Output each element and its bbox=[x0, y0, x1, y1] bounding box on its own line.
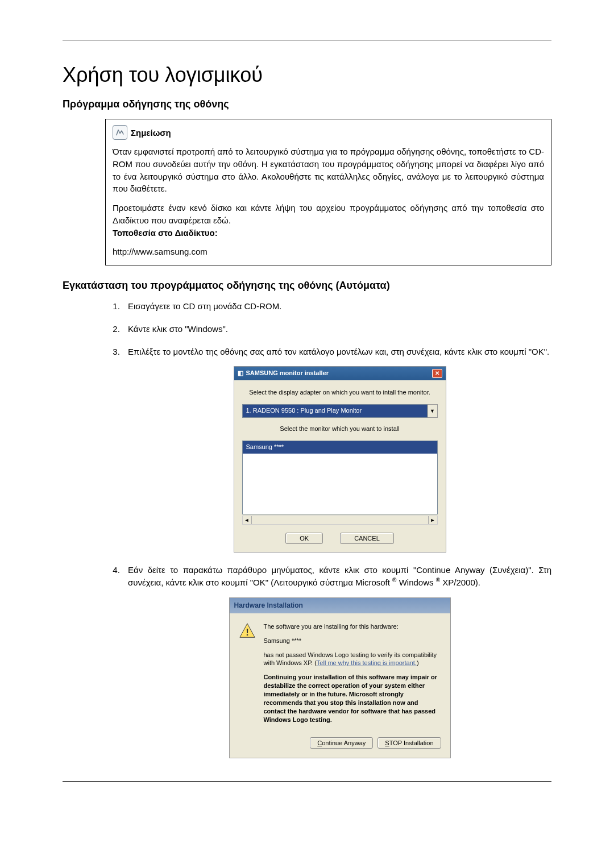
section-heading-install: Εγκατάσταση του προγράμματος οδήγησης τη… bbox=[63, 280, 551, 292]
hw-body: ! The software you are installing for th… bbox=[230, 613, 450, 737]
section-heading-driver: Πρόγραμμα οδήγησης της οθόνης bbox=[63, 98, 551, 110]
hw-titlebar: Hardware Installation bbox=[230, 598, 450, 613]
hw-link[interactable]: Tell me why this testing is important. bbox=[317, 659, 417, 666]
note-paragraph-2: Προετοιμάστε έναν κενό δίσκο και κάντε λ… bbox=[113, 202, 544, 239]
ok-button[interactable]: OK bbox=[285, 533, 323, 544]
installer-text-1: Select the display adapter on which you … bbox=[242, 388, 438, 397]
adapter-dropdown-value: 1. RADEON 9550 : Plug and Play Monitor bbox=[242, 404, 428, 418]
horizontal-scrollbar[interactable]: ◄ ► bbox=[242, 516, 438, 525]
installer-text-2: Select the monitor which you want to ins… bbox=[242, 425, 438, 434]
installer-title: SAMSUNG monitor installer bbox=[246, 369, 329, 378]
installer-app-icon: ◧ bbox=[238, 369, 243, 378]
installer-buttons: OK CANCEL bbox=[242, 533, 438, 544]
warning-icon: ! bbox=[239, 622, 256, 639]
hw-p3b: ) bbox=[417, 659, 419, 666]
continue-anyway-button[interactable]: Continue Anyway bbox=[310, 737, 373, 749]
hw-text-4: Continuing your installation of this sof… bbox=[264, 673, 441, 724]
hw-content: The software you are installing for this… bbox=[264, 622, 441, 729]
adapter-dropdown[interactable]: 1. RADEON 9550 : Plug and Play Monitor ▼ bbox=[242, 404, 438, 418]
installer-titlebar: ◧ SAMSUNG monitor installer ✕ bbox=[234, 367, 446, 380]
step-4-text: Εάν δείτε το παρακάτω παράθυρο μηνύματος… bbox=[128, 565, 551, 587]
installer-window: ◧ SAMSUNG monitor installer ✕ Select the… bbox=[234, 366, 446, 553]
hardware-installation-window: Hardware Installation ! The software you… bbox=[229, 597, 451, 759]
step-4: Εάν δείτε το παρακάτω παράθυρο μηνύματος… bbox=[122, 564, 551, 758]
svg-text:!: ! bbox=[246, 626, 249, 637]
hw-text-2: Samsung **** bbox=[264, 637, 441, 645]
step-1: Εισαγάγετε το CD στη μονάδα CD-ROM. bbox=[122, 300, 551, 313]
step-2: Κάντε κλικ στο "Windows". bbox=[122, 323, 551, 335]
step-3: Επιλέξτε το μοντέλο της οθόνης σας από τ… bbox=[122, 346, 551, 553]
bottom-divider bbox=[63, 781, 551, 782]
hw-buttons: Continue Anyway STOP Installation bbox=[230, 737, 450, 758]
stop-installation-button[interactable]: STOP Installation bbox=[377, 737, 441, 749]
page-title: Χρήση του λογισμικού bbox=[63, 63, 551, 87]
top-divider bbox=[63, 40, 551, 40]
scroll-left-icon[interactable]: ◄ bbox=[243, 516, 252, 524]
note-website-label: Τοποθεσία στο Διαδίκτυο: bbox=[113, 228, 218, 238]
scroll-right-icon[interactable]: ► bbox=[428, 516, 437, 524]
close-icon[interactable]: ✕ bbox=[432, 369, 442, 378]
note-icon bbox=[113, 125, 127, 140]
note-header: Σημείωση bbox=[113, 125, 544, 140]
note-title: Σημείωση bbox=[131, 128, 171, 138]
note-paragraph-1: Όταν εμφανιστεί προτροπή από το λειτουργ… bbox=[113, 146, 544, 195]
monitor-list-item[interactable]: Samsung **** bbox=[243, 441, 437, 454]
cancel-button[interactable]: CANCEL bbox=[340, 533, 394, 544]
step-3-text: Επιλέξτε το μοντέλο της οθόνης σας από τ… bbox=[128, 347, 549, 356]
scroll-track[interactable] bbox=[252, 516, 428, 524]
installer-body: Select the display adapter on which you … bbox=[234, 380, 446, 552]
hw-text-1: The software you are installing for this… bbox=[264, 622, 441, 631]
monitor-listbox[interactable]: Samsung **** bbox=[242, 441, 438, 514]
chevron-down-icon[interactable]: ▼ bbox=[428, 404, 438, 418]
note-url: http://www.samsung.com bbox=[113, 246, 544, 258]
install-steps-list: Εισαγάγετε το CD στη μονάδα CD-ROM. Κάντ… bbox=[105, 300, 551, 758]
note-p2-text: Προετοιμάστε έναν κενό δίσκο και κάντε λ… bbox=[113, 203, 544, 225]
note-box: Σημείωση Όταν εμφανιστεί προτροπή από το… bbox=[105, 119, 551, 265]
hw-text-3: has not passed Windows Logo testing to v… bbox=[264, 651, 441, 668]
